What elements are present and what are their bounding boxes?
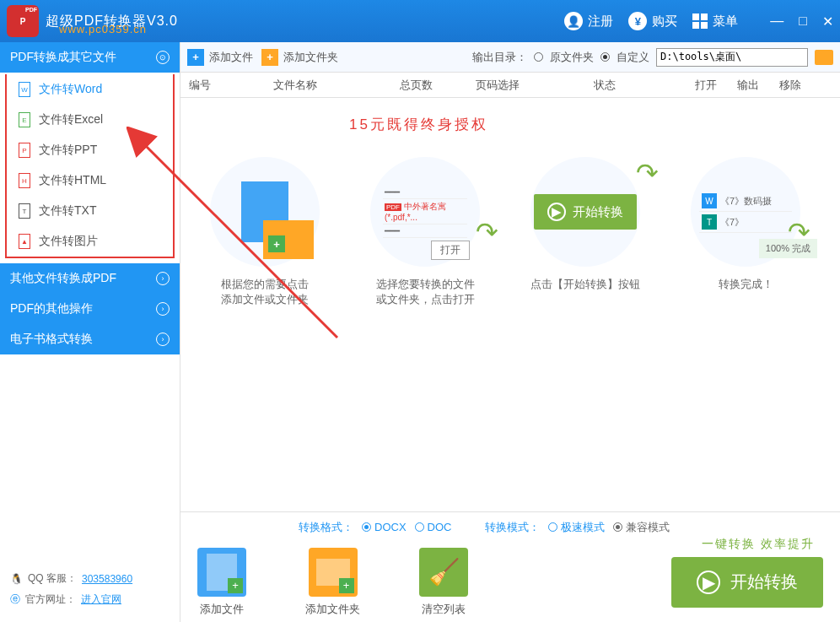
step-3: ▶ 开始转换 点击【开始转换】按钮 — [518, 157, 653, 292]
col-filename: 文件名称 — [273, 78, 400, 93]
sidebar-item-ppt[interactable]: P文件转PPT — [7, 135, 173, 165]
sidebar-footer: 🐧QQ 客服：303583960 ⓔ官方网址：进入官网 — [0, 563, 180, 622]
txt-icon: T — [19, 203, 30, 219]
folder-plus-icon: + — [309, 548, 358, 597]
register-button[interactable]: 👤 注册 — [564, 12, 613, 30]
start-convert-button[interactable]: ▶ 开始转换 — [671, 557, 823, 608]
format-label: 转换格式： — [299, 520, 353, 535]
qq-link[interactable]: 303583960 — [82, 573, 132, 585]
format-docx[interactable]: DOCX — [362, 521, 407, 533]
output-path-input[interactable] — [656, 48, 808, 67]
file-plus-icon: + — [197, 548, 246, 597]
text-icon: T — [702, 214, 717, 230]
add-folder-action[interactable]: + 添加文件夹 — [305, 548, 360, 617]
broom-icon: 🧹 — [419, 548, 468, 597]
add-file-button[interactable]: +添加文件 — [187, 49, 253, 66]
play-icon: ▶ — [547, 203, 566, 221]
bottom-actions: 一键转换 效率提升 + 添加文件 + 添加文件夹 🧹 清空列表 ▶ 开始转换 — [180, 542, 840, 622]
col-open: 打开 — [695, 78, 737, 93]
watermark: www.pc0359.cn — [59, 23, 147, 35]
col-remove: 移除 — [779, 78, 821, 93]
tagline: 一键转换 效率提升 — [702, 537, 815, 552]
app-logo-icon: P — [7, 5, 39, 37]
radio-custom-folder[interactable] — [600, 52, 610, 62]
sidebar-item-word[interactable]: W文件转Word — [7, 74, 173, 105]
sidebar-item-txt[interactable]: T文件转TXT — [7, 196, 173, 226]
chevron-icon: › — [156, 333, 170, 346]
title-bar: P 超级PDF转换器V3.0 www.pc0359.cn 👤 注册 ¥ 购买 菜… — [0, 0, 840, 42]
image-icon: ▲ — [19, 234, 30, 249]
category-other-to-pdf[interactable]: 其他文件转换成PDF› — [0, 263, 180, 294]
sidebar-item-excel[interactable]: E文件转Excel — [7, 105, 173, 135]
col-id: 编号 — [189, 78, 273, 93]
ppt-icon: P — [19, 143, 30, 158]
chevron-down-icon: ⊙ — [156, 51, 170, 64]
add-folder-button[interactable]: +添加文件夹 — [261, 49, 338, 66]
sidebar-item-image[interactable]: ▲文件转图片 — [7, 226, 173, 257]
format-doc[interactable]: DOC — [415, 521, 452, 533]
result-preview: W《7》数码摄 T《7》 — [699, 191, 792, 233]
open-button-preview: 打开 — [431, 241, 470, 260]
add-file-action[interactable]: + 添加文件 — [197, 548, 246, 617]
category-pdf-to-other[interactable]: PDF转换成其它文件 ⊙ — [0, 42, 180, 73]
maximize-button[interactable]: □ — [799, 14, 807, 30]
sidebar-item-html[interactable]: H文件转HTML — [7, 165, 173, 196]
category-items: W文件转Word E文件转Excel P文件转PPT H文件转HTML T文件转… — [5, 74, 175, 258]
radio-original-folder[interactable] — [534, 52, 543, 62]
chevron-icon: › — [156, 302, 170, 316]
mode-fast[interactable]: 极速模式 — [548, 520, 605, 535]
site-link[interactable]: 进入官网 — [81, 592, 121, 607]
user-icon: 👤 — [564, 12, 583, 30]
word-icon: W — [19, 82, 30, 97]
table-header: 编号 文件名称 总页数 页码选择 状态 打开 输出 移除 — [180, 73, 840, 98]
col-pagerange: 页码选择 — [476, 78, 594, 93]
sidebar: PDF转换成其它文件 ⊙ W文件转Word E文件转Excel P文件转PPT … — [0, 42, 180, 622]
plus-icon: + — [187, 49, 204, 66]
arrow-icon: ↷ — [636, 157, 659, 189]
col-output: 输出 — [737, 78, 779, 93]
content-area: 15元既得终身授权 + 根据您的需要点击 添加文件或文件夹 ━━━ PDF 中外… — [180, 98, 840, 511]
toolbar: +添加文件 +添加文件夹 输出目录： 原文件夹 自定义 — [180, 42, 840, 73]
chevron-icon: › — [156, 272, 170, 285]
excel-icon: E — [19, 112, 30, 127]
close-button[interactable]: ✕ — [822, 14, 833, 30]
arrow-icon: ↷ — [476, 216, 498, 248]
html-icon: H — [19, 173, 30, 188]
promo-text: 15元既得终身授权 — [349, 115, 488, 134]
minimize-button[interactable]: — — [770, 14, 783, 30]
col-pages: 总页数 — [400, 78, 476, 93]
step-1: + 根据您的需要点击 添加文件或文件夹 — [197, 157, 332, 307]
word-icon: W — [702, 193, 717, 208]
arrow-icon: ↷ — [788, 216, 810, 248]
step-2: ━━━ PDF 中外著名寓(*.pdf,*... ━━━ 打开 选择您要转换的文… — [358, 157, 493, 307]
main-area: +添加文件 +添加文件夹 输出目录： 原文件夹 自定义 编号 文件名称 总页数 … — [180, 42, 840, 622]
category-pdf-ops[interactable]: PDF的其他操作› — [0, 294, 180, 324]
file-folder-icon: + — [241, 181, 288, 242]
mode-compat[interactable]: 兼容模式 — [613, 520, 670, 535]
browse-folder-button[interactable] — [815, 50, 833, 65]
clear-list-action[interactable]: 🧹 清空列表 — [419, 548, 468, 617]
qq-icon: 🐧 — [10, 573, 23, 585]
menu-button[interactable]: 菜单 — [692, 14, 738, 30]
grid-icon — [692, 14, 708, 29]
output-label: 输出目录： — [472, 50, 527, 65]
file-list-preview: ━━━ PDF 中外著名寓(*.pdf,*... ━━━ — [383, 186, 467, 238]
buy-button[interactable]: ¥ 购买 — [628, 12, 677, 30]
yen-icon: ¥ — [628, 12, 647, 30]
start-button-preview: ▶ 开始转换 — [534, 194, 637, 230]
category-ebook[interactable]: 电子书格式转换› — [0, 324, 180, 354]
play-icon: ▶ — [697, 571, 720, 594]
ie-icon: ⓔ — [10, 592, 20, 607]
plus-icon: + — [261, 49, 278, 66]
col-status: 状态 — [594, 78, 695, 93]
mode-label: 转换模式： — [485, 520, 540, 535]
